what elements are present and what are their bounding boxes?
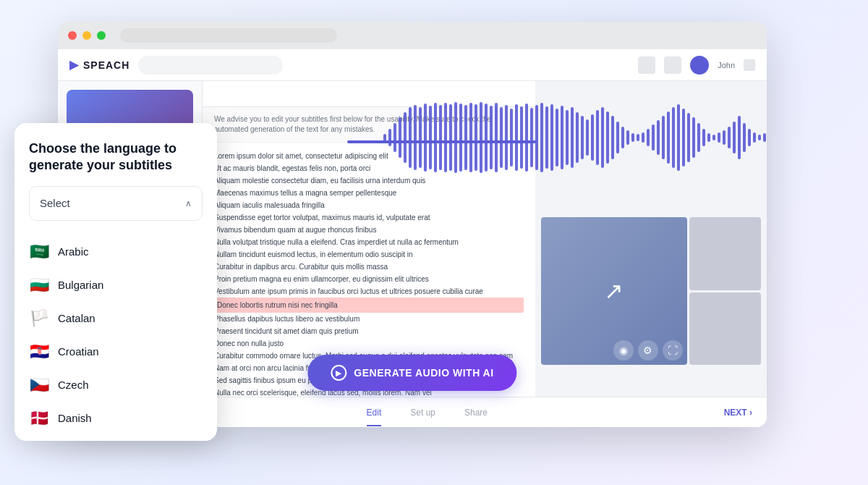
flag-czech: 🇨🇿 xyxy=(29,376,49,395)
generate-button-container: ▶ GENERATE AUDIO WITH AI xyxy=(307,355,516,391)
tab-share[interactable]: Share xyxy=(464,408,488,418)
svg-rect-66 xyxy=(718,132,720,143)
svg-rect-34 xyxy=(556,109,558,166)
svg-rect-56 xyxy=(667,111,670,164)
minimize-dot[interactable] xyxy=(82,31,91,40)
svg-rect-7 xyxy=(419,107,422,168)
svg-rect-0 xyxy=(383,134,386,141)
subtitle-line-8: Nulla volutpat tristique nulla a eleifen… xyxy=(214,236,524,248)
svg-rect-28 xyxy=(525,104,528,172)
video-cell-1 xyxy=(689,217,761,290)
language-list: 🇸🇦 Arabic 🇧🇬 Bulgarian 🏳️ Catalan 🇭🇷 Cro… xyxy=(14,232,217,435)
svg-rect-26 xyxy=(515,104,518,171)
logo-text: SPEACH xyxy=(83,59,129,71)
select-field[interactable]: Select ∧ xyxy=(29,186,203,221)
language-item-bulgarian[interactable]: 🇧🇬 Bulgarian xyxy=(14,269,217,302)
subtitle-line-highlighted: Donec lobortis rutrum nisi nec fringilla xyxy=(214,298,524,313)
svg-rect-39 xyxy=(581,116,584,159)
svg-rect-24 xyxy=(505,105,508,170)
svg-rect-14 xyxy=(454,102,457,173)
tab-edit[interactable]: Edit xyxy=(367,408,382,418)
subtitle-line-10: Curabitur in dapibus arcu. Curabitur qui… xyxy=(214,261,524,273)
speed-control-button[interactable]: ◉ xyxy=(613,340,634,360)
main-video-cell: ↗ ◉ ⚙ ⛶ xyxy=(541,217,687,365)
svg-rect-30 xyxy=(535,105,538,170)
subtitle-line-14: Praesent tincidunt sit amet diam quis pr… xyxy=(214,325,524,337)
close-dot[interactable] xyxy=(68,31,77,40)
language-item-danish[interactable]: 🇩🇰 Danish xyxy=(14,402,217,435)
video-cell-2 xyxy=(689,292,761,366)
svg-rect-48 xyxy=(626,130,629,145)
svg-rect-15 xyxy=(459,104,462,172)
video-grid: ↗ ◉ ⚙ ⛶ xyxy=(535,211,767,371)
svg-rect-1 xyxy=(388,129,391,146)
subtitle-line-9: Nullam tincidunt euismod lectus, in elem… xyxy=(214,248,524,261)
svg-rect-64 xyxy=(707,133,710,142)
svg-rect-72 xyxy=(748,129,751,146)
svg-rect-6 xyxy=(414,105,417,170)
svg-rect-55 xyxy=(662,116,665,159)
fullscreen-button[interactable]: ⛶ xyxy=(663,340,683,360)
svg-rect-59 xyxy=(682,109,685,166)
username[interactable]: John xyxy=(718,61,735,69)
subtitle-line-6: Suspendisse eget tortor volutpat, maximu… xyxy=(214,211,524,224)
flag-arabic: 🇸🇦 xyxy=(29,242,49,261)
tab-setup[interactable]: Set up xyxy=(410,408,435,418)
svg-rect-12 xyxy=(444,103,447,172)
lang-name-danish: Danish xyxy=(58,412,92,424)
svg-rect-17 xyxy=(469,103,472,172)
svg-rect-38 xyxy=(576,112,579,163)
address-bar[interactable] xyxy=(120,28,337,43)
next-button[interactable]: NEXT › xyxy=(724,408,752,418)
subtitle-line-12: Vestibulum ante ipsum primis in faucibus… xyxy=(214,285,524,298)
svg-rect-65 xyxy=(712,135,715,140)
waveform-svg xyxy=(383,101,767,174)
svg-rect-20 xyxy=(485,104,488,172)
subtitle-line-7: Vivamus bibendum quam at augue rhoncus f… xyxy=(214,224,524,236)
subtitle-line-5: Aliquam iaculis malesuada fringilla xyxy=(214,199,524,211)
svg-rect-70 xyxy=(738,116,741,159)
svg-rect-29 xyxy=(530,108,533,167)
notifications-icon[interactable] xyxy=(638,56,655,74)
language-item-catalan[interactable]: 🏳️ Catalan xyxy=(14,302,217,335)
svg-rect-11 xyxy=(439,105,442,170)
menu-icon[interactable] xyxy=(744,59,755,71)
flag-danish: 🇩🇰 xyxy=(29,409,49,428)
language-item-croatian[interactable]: 🇭🇷 Croatian xyxy=(14,335,217,368)
generate-audio-button[interactable]: ▶ GENERATE AUDIO WITH AI xyxy=(307,355,516,391)
dropdown-header: Choose the language to generate your sub… xyxy=(14,123,217,232)
maximize-dot[interactable] xyxy=(97,31,106,40)
svg-rect-51 xyxy=(642,132,644,143)
svg-rect-27 xyxy=(520,106,523,169)
svg-rect-32 xyxy=(545,106,548,169)
svg-rect-33 xyxy=(550,104,553,171)
subtitle-line-11: Proin pretium magna eu enim ullamcorper,… xyxy=(214,273,524,285)
svg-rect-60 xyxy=(687,113,690,162)
language-item-arabic[interactable]: 🇸🇦 Arabic xyxy=(14,235,217,269)
svg-rect-35 xyxy=(561,106,563,169)
subtitle-line-4: Maecenas maximus tellus a magna semper p… xyxy=(214,187,524,199)
settings-control-button[interactable]: ⚙ xyxy=(638,340,658,360)
subtitle-line-15: Donec non nulla justo xyxy=(214,337,524,350)
svg-rect-21 xyxy=(490,106,493,169)
flag-croatian: 🇭🇷 xyxy=(29,342,49,361)
select-field-text: Select xyxy=(40,197,70,209)
svg-rect-2 xyxy=(393,123,396,152)
app-header: ▶ SPEACH John xyxy=(58,49,767,81)
svg-rect-62 xyxy=(697,123,700,152)
settings-icon[interactable] xyxy=(664,56,681,74)
language-item-czech[interactable]: 🇨🇿 Czech xyxy=(14,368,217,402)
lang-name-czech: Czech xyxy=(58,379,89,391)
user-avatar[interactable] xyxy=(690,56,709,75)
svg-rect-10 xyxy=(434,103,437,172)
flag-bulgarian: 🇧🇬 xyxy=(29,276,49,295)
lang-name-arabic: Arabic xyxy=(58,245,89,258)
svg-rect-47 xyxy=(621,127,624,148)
svg-rect-57 xyxy=(672,107,675,168)
chevron-up-icon: ∧ xyxy=(185,198,192,208)
subtitle-line-3: Aliquam molestie consectetur diam, eu fa… xyxy=(214,174,524,187)
waveform-container xyxy=(383,101,767,174)
svg-rect-25 xyxy=(510,109,513,166)
language-dropdown: Choose the language to generate your sub… xyxy=(14,123,217,441)
search-bar[interactable] xyxy=(138,56,283,75)
